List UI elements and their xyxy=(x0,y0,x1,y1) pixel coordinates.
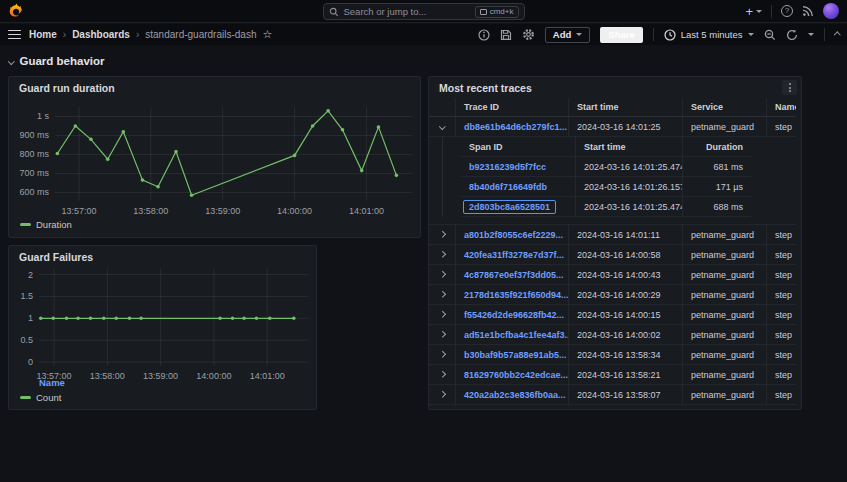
trace-id-cell: f55426d2de96628fb42... xyxy=(456,305,569,324)
grafana-logo-icon[interactable] xyxy=(8,3,24,19)
trace-name: step xyxy=(767,385,796,404)
trace-start-time: 2024-03-16 14:00:29 xyxy=(569,285,683,304)
trace-name: step xyxy=(767,245,796,264)
trace-service: petname_guard xyxy=(683,245,767,264)
dashboard-settings-icon[interactable] xyxy=(522,28,535,41)
trace-expander-icon[interactable] xyxy=(429,365,456,384)
failures-chart[interactable]: 00.511.5213:57:0013:58:0013:59:0014:00:0… xyxy=(9,264,316,386)
collapse-toolbar-icon[interactable] xyxy=(834,32,840,38)
breadcrumb-dashboards[interactable]: Dashboards xyxy=(72,29,130,40)
trace-start-time: 2024-03-16 14:00:43 xyxy=(569,265,683,284)
grafana-app: Search or jump to... cmd+k + ? Home › Da… xyxy=(0,0,847,482)
trace-start-time: 2024-03-16 14:00:15 xyxy=(569,305,683,324)
trace-start-time: 2024-03-16 13:58:07 xyxy=(569,385,683,404)
trace-expander-icon[interactable] xyxy=(429,265,456,284)
trace-expander-icon[interactable] xyxy=(429,285,456,304)
span-id-link[interactable]: 2d803bc8a6528501 xyxy=(463,200,556,214)
span-column-header-span-id[interactable]: Span ID xyxy=(461,137,576,156)
trace-expander-icon[interactable] xyxy=(429,245,456,264)
trace-id-link[interactable]: a801b2f8055c6ef2229... xyxy=(464,230,563,240)
time-range-picker[interactable]: Last 5 minutes xyxy=(664,29,754,41)
trace-service: petname_guard xyxy=(683,365,767,384)
trace-id-link[interactable]: 420fea31ff3278e7d37f... xyxy=(464,250,564,260)
trace-id-cell: db8e61b64d6cb279fc1... xyxy=(456,117,569,136)
trace-id-link[interactable]: db8e61b64d6cb279fc1... xyxy=(464,122,567,132)
toolbar-divider xyxy=(824,28,825,41)
add-button[interactable]: Add xyxy=(545,27,590,43)
svg-text:700 ms: 700 ms xyxy=(19,168,49,178)
svg-text:0.5: 0.5 xyxy=(20,335,33,345)
trace-id-cell: 4c87867e0ef37f3dd05... xyxy=(456,265,569,284)
svg-text:1: 1 xyxy=(28,313,33,323)
panel-title[interactable]: Guard run duration xyxy=(19,82,115,94)
share-button[interactable]: Share xyxy=(600,27,642,43)
trace-expander-icon[interactable] xyxy=(429,305,456,324)
section-guard-behavior[interactable]: Guard behavior xyxy=(9,55,105,67)
legend-group-name[interactable]: Name xyxy=(39,377,65,388)
news-rss-icon[interactable] xyxy=(802,5,814,17)
plus-icon: + xyxy=(745,4,753,19)
trace-expander-icon[interactable] xyxy=(429,345,456,364)
trace-id-link[interactable]: f55426d2de96628fb42... xyxy=(464,310,564,320)
keyboard-key-icon xyxy=(480,9,487,15)
dashboard-toolbar: Home › Dashboards › standard-guardrails-… xyxy=(0,24,847,45)
dashboard-insights-icon[interactable] xyxy=(478,29,490,41)
trace-id-cell: 420a2ab2c3e836fb0aa... xyxy=(456,385,569,404)
trace-name: step xyxy=(767,325,796,344)
trace-id-cell: ad51e1bcfba4c1fee4af3... xyxy=(456,325,569,344)
panel-menu-icon[interactable] xyxy=(782,80,797,95)
trace-row: 420fea31ff3278e7d37f...2024-03-16 14:00:… xyxy=(429,245,796,265)
trace-start-time: 2024-03-16 14:00:02 xyxy=(569,325,683,344)
trace-row: 2178d1635f921f650d94...2024-03-16 14:00:… xyxy=(429,285,796,305)
legend-item-count[interactable]: Count xyxy=(20,392,61,403)
save-dashboard-icon[interactable] xyxy=(500,29,512,41)
trace-name: step xyxy=(767,365,796,384)
trace-service: petname_guard xyxy=(683,285,767,304)
toolbar-actions: Add Share Last 5 minutes xyxy=(478,27,839,43)
column-header-trace-id[interactable]: Trace ID xyxy=(456,98,569,116)
trace-expander-icon[interactable] xyxy=(429,325,456,344)
trace-expander-icon[interactable] xyxy=(429,225,456,244)
trace-service: petname_guard xyxy=(683,305,767,324)
duration-chart[interactable]: 600 ms700 ms800 ms900 ms1 s13:57:0013:58… xyxy=(9,99,420,223)
help-icon[interactable]: ? xyxy=(781,5,793,17)
nav-divider xyxy=(771,5,772,18)
trace-id-link[interactable]: 420a2ab2c3e836fb0aa... xyxy=(464,390,566,400)
zoom-out-time-icon[interactable] xyxy=(764,29,776,41)
column-header-start-time[interactable]: Start time xyxy=(569,98,683,116)
span-id-link[interactable]: b92316239d5f7fcc xyxy=(469,162,546,172)
trace-service: petname_guard xyxy=(683,117,767,136)
panel-title[interactable]: Guard Failures xyxy=(19,251,93,263)
favorite-star-icon[interactable]: ☆ xyxy=(262,28,272,41)
search-placeholder: Search or jump to... xyxy=(344,6,470,17)
span-id-cell: 2d803bc8a6528501 xyxy=(461,197,576,216)
legend-item-duration[interactable]: Duration xyxy=(20,219,72,230)
search-input[interactable]: Search or jump to... cmd+k xyxy=(323,3,525,20)
refresh-interval-chevron-icon[interactable] xyxy=(808,33,814,36)
span-id-cell: 8b40d6f716649fdb xyxy=(461,177,576,196)
column-header-service[interactable]: Service xyxy=(683,98,767,116)
trace-id-link[interactable]: 4c87867e0ef37f3dd05... xyxy=(464,270,564,280)
svg-text:13:59:00: 13:59:00 xyxy=(143,371,178,381)
breadcrumb-home[interactable]: Home xyxy=(29,29,57,40)
refresh-icon[interactable] xyxy=(786,29,798,41)
column-header-name[interactable]: Name xyxy=(767,98,796,116)
trace-expander-icon[interactable] xyxy=(429,117,456,136)
span-column-header-start-time[interactable]: Start time xyxy=(576,137,683,156)
trace-id-link[interactable]: ad51e1bcfba4c1fee4af3... xyxy=(464,330,569,340)
span-id-link[interactable]: 8b40d6f716649fdb xyxy=(469,182,547,192)
chevron-down-icon xyxy=(576,33,582,36)
svg-text:13:58:00: 13:58:00 xyxy=(90,371,125,381)
trace-id-link[interactable]: 2178d1635f921f650d94... xyxy=(464,290,569,300)
user-avatar[interactable] xyxy=(823,3,839,19)
trace-id-link[interactable]: 81629760bb2c42edcae... xyxy=(464,370,568,380)
mega-menu-icon[interactable] xyxy=(8,30,21,40)
svg-text:800 ms: 800 ms xyxy=(19,149,49,159)
span-column-header-duration[interactable]: Duration xyxy=(683,137,751,156)
trace-row: ad51e1bcfba4c1fee4af3...2024-03-16 14:00… xyxy=(429,325,796,345)
panel-title[interactable]: Most recent traces xyxy=(439,82,532,94)
trace-expander-icon[interactable] xyxy=(429,385,456,404)
new-menu-button[interactable]: + xyxy=(745,4,762,19)
trace-id-link[interactable]: b30baf9b57a88e91ab5... xyxy=(464,350,567,360)
svg-text:1.5: 1.5 xyxy=(20,291,33,301)
